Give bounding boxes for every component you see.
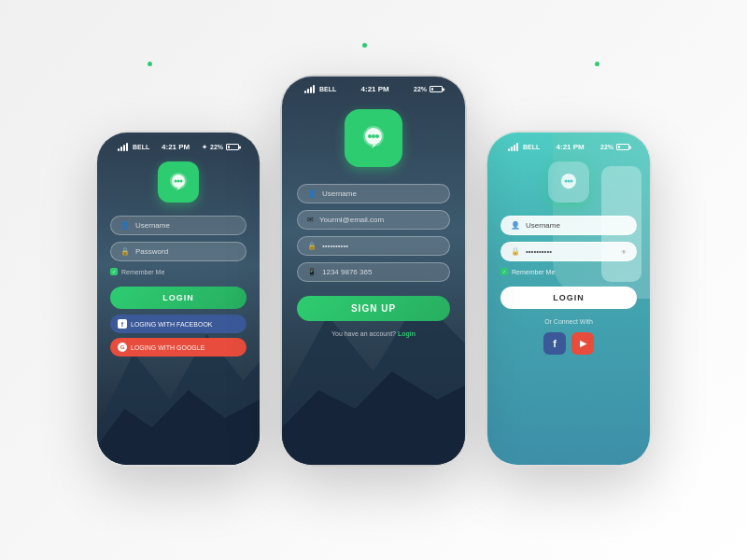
username-field-right[interactable]: 👤 Username bbox=[500, 216, 637, 235]
svg-point-5 bbox=[177, 180, 180, 183]
battery-pct-right: 22% bbox=[600, 144, 613, 150]
google-button-left[interactable]: G LOGING WITH GOOGLE bbox=[110, 338, 247, 357]
user-icon-center: 👤 bbox=[307, 189, 317, 198]
username-ph-right: Username bbox=[526, 221, 627, 230]
svg-point-11 bbox=[368, 134, 372, 138]
status-carrier-center: BELL bbox=[304, 85, 336, 93]
carrier-right: BELL bbox=[523, 144, 540, 150]
phone-left: BELL 4:21 PM ✦ 22% bbox=[95, 131, 261, 467]
signup-button-center[interactable]: SIGN UP bbox=[297, 296, 450, 321]
svg-point-12 bbox=[372, 134, 375, 138]
battery-icon bbox=[226, 144, 239, 150]
username-field-center[interactable]: 👤 Username bbox=[297, 184, 450, 203]
status-carrier-right: BELL bbox=[508, 143, 540, 151]
email-ph-center: Yourml@email.com bbox=[319, 216, 440, 224]
phone-ph-center: 1234 9876 365 bbox=[322, 268, 440, 276]
battery-pct: 22% bbox=[210, 144, 223, 150]
time-center: 4:21 PM bbox=[361, 85, 389, 93]
lock-icon: 🔒 bbox=[120, 247, 130, 256]
phone-center: BELL 4:21 PM 22% bbox=[280, 75, 467, 467]
username-placeholder: Username bbox=[135, 221, 236, 230]
app-logo-center bbox=[345, 109, 402, 167]
youtube-social-button[interactable]: ▶ bbox=[571, 332, 594, 355]
password-field-center[interactable]: 🔒 •••••••••• bbox=[297, 236, 450, 256]
eye-icon-right: 👁 bbox=[621, 249, 627, 255]
svg-point-17 bbox=[571, 180, 573, 183]
app-logo-right bbox=[548, 161, 589, 203]
time-left: 4:21 PM bbox=[162, 143, 190, 151]
dot-left bbox=[148, 62, 152, 66]
password-field-left[interactable]: 🔒 Password bbox=[110, 242, 247, 261]
battery-icon-center bbox=[430, 86, 443, 92]
facebook-button-left[interactable]: f LOGING WITH FACEBOOK bbox=[110, 315, 247, 333]
dot-right bbox=[595, 62, 599, 66]
battery-pct-center: 22% bbox=[414, 86, 427, 92]
status-right-right: 22% bbox=[600, 144, 629, 150]
checkbox-right[interactable]: ✓ bbox=[500, 268, 508, 275]
carrier-name: BELL bbox=[133, 144, 149, 150]
battery-icon-right bbox=[616, 144, 629, 150]
password-placeholder: Password bbox=[135, 247, 236, 256]
facebook-icon: f bbox=[118, 319, 127, 329]
app-logo-left bbox=[158, 161, 199, 203]
username-field-left[interactable]: 👤 Username bbox=[110, 216, 247, 235]
dot-center bbox=[362, 43, 367, 48]
username-ph-center: Username bbox=[322, 189, 440, 198]
google-icon: G bbox=[118, 343, 127, 352]
scene: BELL 4:21 PM ✦ 22% bbox=[9, 9, 738, 551]
social-row: f ▶ bbox=[543, 332, 594, 355]
time-right: 4:21 PM bbox=[557, 143, 585, 151]
facebook-social-button[interactable]: f bbox=[543, 332, 566, 355]
remember-label-left: Remember Me bbox=[121, 269, 164, 275]
password-ph-center: •••••••••• bbox=[322, 242, 440, 250]
phone-icon-center: 📱 bbox=[307, 268, 317, 276]
user-icon: 👤 bbox=[120, 221, 130, 230]
status-right-left: ✦ 22% bbox=[202, 144, 239, 151]
svg-point-6 bbox=[180, 180, 183, 183]
bluetooth-icon: ✦ bbox=[202, 144, 207, 151]
login-button-right[interactable]: LOGIN bbox=[500, 287, 637, 309]
bottom-text-center: You have an account? Login bbox=[331, 330, 416, 337]
or-connect-text: Or Connect With bbox=[544, 318, 593, 325]
login-link-center[interactable]: Login bbox=[398, 330, 416, 337]
carrier-center: BELL bbox=[319, 86, 336, 92]
phone-right: BELL 4:21 PM 22% bbox=[486, 131, 652, 467]
login-button-left[interactable]: LOGIN bbox=[110, 287, 247, 309]
email-field-center[interactable]: ✉ Yourml@email.com bbox=[297, 210, 450, 230]
remember-row-left: ✓ Remember Me bbox=[110, 268, 247, 275]
user-icon-right: 👤 bbox=[511, 221, 520, 230]
svg-point-15 bbox=[565, 180, 568, 183]
phone-field-center[interactable]: 📱 1234 9876 365 bbox=[297, 262, 450, 282]
password-field-right[interactable]: 🔒 •••••••••• 👁 bbox=[500, 242, 637, 261]
svg-point-13 bbox=[375, 134, 379, 138]
checkbox-left[interactable]: ✓ bbox=[110, 268, 118, 275]
google-label: LOGING WITH GOOGLE bbox=[131, 344, 204, 351]
password-ph-right: •••••••••• bbox=[526, 247, 615, 256]
status-carrier-left: BELL bbox=[118, 143, 149, 151]
lock-icon-right: 🔒 bbox=[511, 247, 520, 256]
email-icon-center: ✉ bbox=[307, 216, 314, 224]
lock-icon-center: 🔒 bbox=[307, 242, 317, 250]
svg-point-4 bbox=[175, 180, 177, 183]
facebook-label: LOGING WITH FACEBOOK bbox=[131, 321, 213, 328]
remember-row-right: ✓ Remember Me bbox=[500, 268, 637, 275]
remember-label-right: Remember Me bbox=[512, 269, 555, 275]
svg-point-16 bbox=[568, 180, 571, 183]
status-right-center: 22% bbox=[414, 86, 443, 92]
